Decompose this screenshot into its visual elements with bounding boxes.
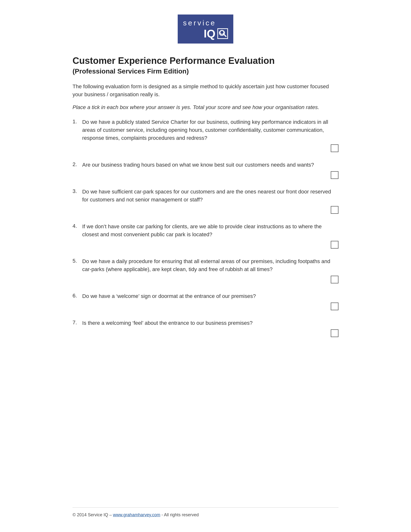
question-content-2: Are our business trading hours based on … (82, 161, 338, 169)
checkbox-row-4 (73, 241, 338, 249)
question-content-6: Do we have a ‘welcome’ sign or doormat a… (82, 292, 338, 300)
footer-text: © 2014 Service IQ – www.grahamharvey.com… (73, 513, 199, 517)
question-with-checkbox-1: 1. Do we have a publicly stated Service … (73, 118, 338, 152)
logo-iq-icon (217, 28, 228, 39)
logo-iq-svg (218, 29, 227, 38)
question-with-checkbox-4: 4. If we don’t have onsite car parking f… (73, 222, 338, 249)
question-with-checkbox-6: 6. Do we have a ‘welcome’ sign or doorma… (73, 292, 338, 310)
checkbox-row-3 (73, 206, 338, 214)
question-content-3: Do we have sufficient car-park spaces fo… (82, 188, 338, 204)
footer-copyright: © 2014 Service IQ – (73, 513, 113, 517)
question-content-7: Is there a welcoming ‘feel’ about the en… (82, 319, 338, 327)
title-section: Customer Experience Performance Evaluati… (73, 56, 338, 75)
svg-line-1 (223, 34, 226, 37)
question-with-checkbox-7: 7. Is there a welcoming ‘feel’ about the… (73, 319, 338, 337)
question-item-1: 1. Do we have a publicly stated Service … (73, 118, 338, 152)
question-item-2: 2. Are our business trading hours based … (73, 161, 338, 179)
question-number-2: 2. (73, 161, 82, 169)
checkbox-row-2 (73, 171, 338, 179)
question-item-6: 6. Do we have a ‘welcome’ sign or doorma… (73, 292, 338, 310)
question-with-checkbox-2: 2. Are our business trading hours based … (73, 161, 338, 179)
sub-title: (Professional Services Firm Edition) (73, 67, 338, 75)
question-number-4: 4. (73, 222, 82, 238)
checkbox-4[interactable] (331, 241, 338, 249)
logo-service-text: service (183, 19, 216, 27)
question-item-7: 7. Is there a welcoming ‘feel’ about the… (73, 319, 338, 337)
question-content-5: Do we have a daily procedure for ensurin… (82, 257, 338, 273)
checkbox-row-5 (73, 276, 338, 283)
description-section: The following evaluation form is designe… (73, 83, 338, 111)
questions-section: 1. Do we have a publicly stated Service … (73, 118, 338, 346)
footer-suffix: - All rights reserved (160, 513, 199, 517)
question-number-3: 3. (73, 188, 82, 204)
checkbox-5[interactable] (331, 276, 338, 283)
question-number-7: 7. (73, 319, 82, 327)
question-item-4: 4. If we don’t have onsite car parking f… (73, 222, 338, 249)
checkbox-row-1 (73, 144, 338, 152)
question-item-5: 5. Do we have a daily procedure for ensu… (73, 257, 338, 283)
footer: © 2014 Service IQ – www.grahamharvey.com… (73, 507, 338, 517)
logo-container: service IQ (178, 15, 233, 44)
question-body-5: 5. Do we have a daily procedure for ensu… (73, 257, 338, 273)
question-content-1: Do we have a publicly stated Service Cha… (82, 118, 338, 142)
question-body-7: 7. Is there a welcoming ‘feel’ about the… (73, 319, 338, 327)
checkbox-1[interactable] (331, 144, 338, 152)
question-content-4: If we don’t have onsite car parking for … (82, 222, 338, 238)
question-body-6: 6. Do we have a ‘welcome’ sign or doorma… (73, 292, 338, 300)
checkbox-row-7 (73, 329, 338, 337)
question-with-checkbox-5: 5. Do we have a daily procedure for ensu… (73, 257, 338, 283)
checkbox-7[interactable] (331, 329, 338, 337)
main-title: Customer Experience Performance Evaluati… (73, 56, 338, 66)
question-body-1: 1. Do we have a publicly stated Service … (73, 118, 338, 142)
logo-iq-text: IQ (204, 28, 215, 39)
logo-box: service IQ (178, 15, 233, 44)
checkbox-3[interactable] (331, 206, 338, 214)
footer-link[interactable]: www.grahamharvey.com (113, 513, 160, 517)
description-text: The following evaluation form is designe… (73, 83, 338, 98)
checkbox-2[interactable] (331, 171, 338, 179)
question-with-checkbox-3: 3. Do we have sufficient car-park spaces… (73, 188, 338, 214)
question-number-6: 6. (73, 292, 82, 300)
question-number-1: 1. (73, 118, 82, 142)
logo-iq-row: IQ (183, 28, 228, 39)
question-item-3: 3. Do we have sufficient car-park spaces… (73, 188, 338, 214)
checkbox-row-6 (73, 303, 338, 310)
question-number-5: 5. (73, 257, 82, 273)
checkbox-6[interactable] (331, 303, 338, 310)
question-body-2: 2. Are our business trading hours based … (73, 161, 338, 169)
question-body-3: 3. Do we have sufficient car-park spaces… (73, 188, 338, 204)
question-body-4: 4. If we don’t have onsite car parking f… (73, 222, 338, 238)
svg-point-0 (220, 30, 224, 34)
instruction-text: Place a tick in each box where your answ… (73, 103, 338, 111)
